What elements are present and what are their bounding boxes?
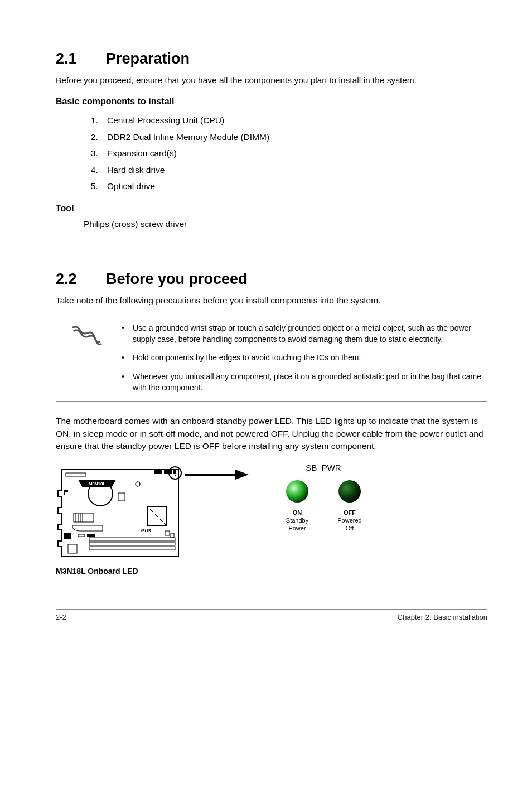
- section-heading-2-1: 2.1Preparation: [56, 50, 487, 67]
- svg-text:/SUS: /SUS: [140, 528, 151, 533]
- section-heading-2-2: 2.2Before you proceed: [56, 270, 487, 288]
- svg-rect-17: [78, 534, 85, 537]
- section1-intro: Before you proceed, ensure that you have…: [56, 74, 487, 86]
- footer-page-number: 2-2: [56, 613, 66, 621]
- svg-rect-11: [74, 513, 94, 522]
- list-item: Hard disk drive: [100, 162, 487, 178]
- svg-marker-29: [235, 470, 249, 480]
- svg-rect-1: [154, 470, 162, 474]
- arrow-icon: [184, 463, 251, 485]
- led-on-line1: Standby: [285, 516, 309, 524]
- list-item: Central Processing Unit (CPU): [100, 112, 487, 128]
- led-states: SB_PWR ON Standby: [251, 463, 396, 533]
- svg-rect-27: [68, 544, 77, 553]
- motherboard-diagram: M3N18L: [56, 463, 184, 563]
- figure-caption: M3N18L Onboard LED: [56, 567, 184, 576]
- list-item: Optical drive: [100, 178, 487, 194]
- components-heading: Basic components to install: [56, 96, 487, 107]
- components-list: Central Processing Unit (CPU) DDR2 Dual …: [56, 112, 487, 194]
- note-item: Hold components by the edges to avoid to…: [117, 352, 487, 364]
- section-title-text: Before you proceed: [106, 270, 248, 287]
- footer-chapter: Chapter 2: Basic installation: [398, 613, 487, 621]
- svg-rect-24: [89, 538, 175, 541]
- svg-rect-10: [64, 492, 65, 495]
- section-number: 2.2: [56, 270, 106, 288]
- led-on-state: ON: [285, 509, 309, 516]
- led-on-icon: [285, 479, 309, 504]
- led-on: ON Standby Power: [285, 479, 309, 533]
- led-off-line1: Powered: [337, 516, 362, 524]
- svg-rect-18: [87, 534, 95, 537]
- section2-intro: Take note of the following precautions b…: [56, 294, 487, 307]
- onboard-led-figure: M3N18L: [56, 463, 487, 576]
- divider: [56, 401, 487, 402]
- note-item: Whenever you uninstall any component, pl…: [117, 371, 487, 393]
- led-off-state: OFF: [337, 509, 362, 516]
- svg-rect-8: [118, 493, 125, 501]
- tool-text: Philips (cross) screw driver: [56, 219, 487, 229]
- svg-rect-0: [66, 473, 86, 476]
- svg-point-5: [175, 474, 176, 475]
- svg-rect-22: [165, 531, 170, 535]
- svg-rect-25: [89, 542, 175, 545]
- section-number: 2.1: [56, 50, 106, 67]
- section2-body2: The motherboard comes with an onboard st…: [56, 415, 487, 452]
- list-item: Expansion card(s): [100, 145, 487, 161]
- list-item: DDR2 Dual Inline Memory Module (DIMM): [100, 129, 487, 145]
- led-title: SB_PWR: [251, 463, 396, 472]
- page-footer: 2-2 Chapter 2: Basic installation: [56, 609, 487, 621]
- svg-rect-2: [164, 470, 172, 474]
- board-label-svg: M3N18L: [89, 481, 106, 486]
- led-on-line2: Power: [285, 524, 309, 532]
- led-off-icon: [337, 479, 362, 504]
- svg-line-20: [147, 506, 166, 525]
- svg-point-30: [286, 480, 308, 503]
- note-bullets: Use a grounded wrist strap or touch a sa…: [117, 323, 487, 397]
- note-item: Use a grounded wrist strap or touch a sa…: [117, 323, 487, 345]
- tool-heading: Tool: [56, 204, 487, 214]
- svg-rect-26: [89, 547, 175, 550]
- svg-point-31: [338, 480, 361, 503]
- svg-point-7: [136, 482, 140, 486]
- svg-rect-9: [64, 490, 68, 492]
- section-title-text: Preparation: [106, 50, 190, 67]
- svg-rect-16: [64, 533, 71, 539]
- led-off: OFF Powered Off: [337, 479, 362, 533]
- svg-rect-4: [173, 470, 176, 474]
- note-block: Use a grounded wrist strap or touch a sa…: [56, 317, 487, 402]
- svg-rect-23: [171, 533, 174, 538]
- led-off-line2: Off: [337, 524, 362, 532]
- note-icon: [56, 323, 117, 346]
